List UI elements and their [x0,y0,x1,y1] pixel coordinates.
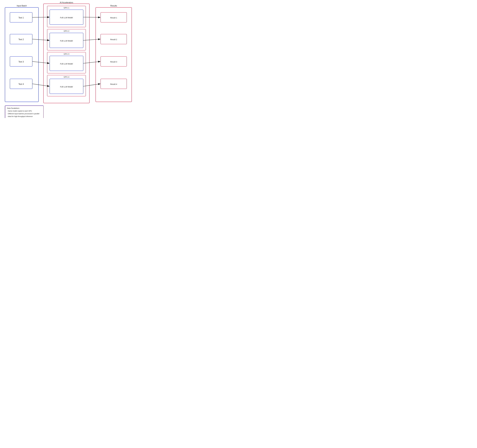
gpu1-model-label: Full LLM Model [60,17,73,19]
gpu3-model-label: Full LLM Model [60,63,73,65]
text2-label: Text 2 [18,38,24,41]
legend-point2: - Different input batches processed in p… [7,113,39,115]
text3-label: Text 3 [18,61,24,63]
text4-label: Text 4 [18,83,24,85]
result1-label: Result 1 [110,17,117,19]
result3-label: Result 3 [110,61,117,63]
legend-title: Data Parallelism: [7,107,20,109]
result2-label: Result 2 [110,38,117,41]
arrow-text4-gpu4 [32,84,49,86]
gpu4-model-label: Full LLM Model [60,86,73,88]
main-diagram-svg: Input Batch Text 1 Text 2 Text 3 Text 4 … [2,2,137,114]
gpu1-label: GPU 1 [64,7,69,9]
result4-label: Result 4 [110,83,117,85]
results-label: Results [110,5,117,7]
gpu2-model-label: Full LLM Model [60,40,73,42]
results-container [96,7,132,102]
diagram-wrapper: Input Batch Text 1 Text 2 Text 3 Text 4 … [2,2,137,114]
gpu2-label: GPU 2 [64,30,69,32]
input-batch-label: Input Batch [17,5,27,7]
arrow-text1-gpu1 [32,17,49,17]
arrow-text2-gpu2 [32,39,49,40]
ai-accelerators-label: AI Accelerators [60,1,73,4]
text1-label: Text 1 [18,17,24,19]
legend-point3: - Ideal for high-throughput inference [7,115,33,117]
gpu4-label: GPU 4 [64,76,69,78]
gpu3-label: GPU 3 [64,53,69,55]
arrow-text3-gpu3 [32,61,49,63]
legend-point1: - Same model copied to each GPU [7,110,32,112]
